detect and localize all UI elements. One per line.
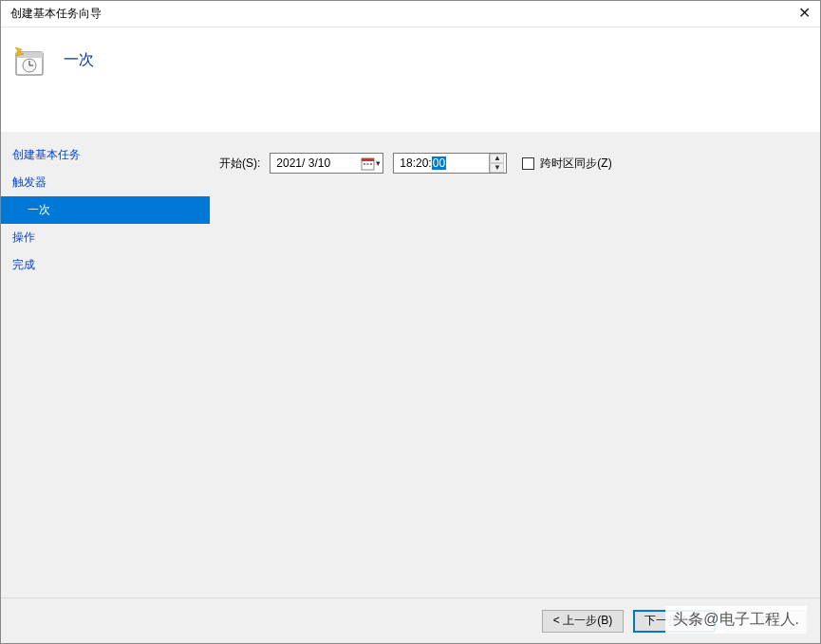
cancel-button[interactable]: 取消 <box>725 610 807 633</box>
wizard-body: 创建基本任务 触发器 一次 操作 完成 开始(S): 2021/ 3/10 ▾ <box>1 132 820 598</box>
date-value: 2021/ 3/10 <box>276 156 330 170</box>
wizard-footer: < 上一步(B) 下一步(N) > 取消 <box>1 598 820 643</box>
sidebar-item-trigger[interactable]: 触发器 <box>1 169 210 196</box>
svg-rect-10 <box>370 163 372 165</box>
calendar-icon <box>361 156 375 171</box>
svg-rect-8 <box>364 163 365 165</box>
back-button[interactable]: < 上一步(B) <box>542 610 624 633</box>
sidebar-item-action[interactable]: 操作 <box>1 224 210 251</box>
sidebar-item-once[interactable]: 一次 <box>1 196 210 224</box>
sidebar-item-create-task[interactable]: 创建基本任务 <box>1 141 210 169</box>
timezone-sync-checkbox[interactable]: 跨时区同步(Z) <box>522 156 611 172</box>
close-icon[interactable]: ✕ <box>797 8 811 21</box>
start-label: 开始(S): <box>219 156 260 172</box>
spinner-up-icon[interactable]: ▲ <box>490 154 504 163</box>
checkbox-label: 跨时区同步(Z) <box>540 156 611 172</box>
svg-rect-9 <box>367 163 369 165</box>
start-datetime-row: 开始(S): 2021/ 3/10 ▾ 18:20:00 <box>219 153 811 174</box>
svg-rect-7 <box>362 158 374 161</box>
date-picker[interactable]: 2021/ 3/10 ▾ <box>270 153 383 174</box>
calendar-wizard-icon <box>12 45 47 79</box>
page-title: 一次 <box>64 50 94 70</box>
time-seconds-selected: 00 <box>432 156 446 170</box>
wizard-content: 开始(S): 2021/ 3/10 ▾ 18:20:00 <box>210 132 820 598</box>
wizard-sidebar: 创建基本任务 触发器 一次 操作 完成 <box>1 132 210 598</box>
spinner-down-icon[interactable]: ▼ <box>490 163 504 173</box>
checkbox-icon <box>522 157 534 170</box>
titlebar: 创建基本任务向导 ✕ <box>1 1 820 28</box>
time-picker[interactable]: 18:20:00 ▲ ▼ <box>393 153 507 174</box>
time-value: 18:20:00 <box>400 156 446 170</box>
chevron-down-icon: ▾ <box>376 158 381 168</box>
wizard-header: 一次 <box>1 28 820 132</box>
next-button[interactable]: 下一步(N) > <box>633 610 716 633</box>
window-title: 创建基本任务向导 <box>10 6 102 22</box>
sidebar-item-finish[interactable]: 完成 <box>1 251 210 279</box>
date-dropdown-button[interactable]: ▾ <box>361 156 381 171</box>
time-spinner: ▲ ▼ <box>489 154 504 173</box>
